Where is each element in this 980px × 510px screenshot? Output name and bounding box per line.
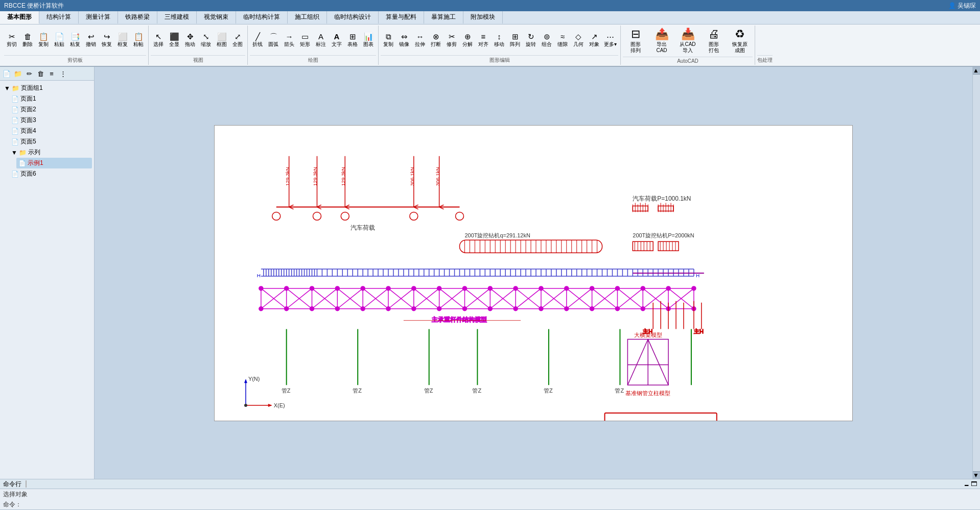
right-scrollbar[interactable]: ▲ ▼ [972, 67, 980, 479]
select-button[interactable]: ↖选择 [151, 27, 166, 54]
copy-edit-button[interactable]: ⧉复制 [381, 27, 396, 54]
geo-button[interactable]: ◇几何 [571, 27, 586, 54]
tree-page3[interactable]: 📄 页面3 [9, 115, 92, 126]
decompose-button[interactable]: ⊕分解 [460, 27, 475, 54]
svg-line-289 [627, 339, 648, 385]
delete-lp-button[interactable]: 🗑 [35, 68, 45, 79]
svg-text:主承重杆件结构模型: 主承重杆件结构模型 [432, 315, 487, 323]
cut-button[interactable]: ✂剪切 [4, 27, 19, 54]
shape-arrange-button[interactable]: ⊟ 图形排列 [623, 27, 648, 56]
more-button[interactable]: ⋯更多▾ [602, 27, 618, 54]
scroll-down-button[interactable]: ▼ [973, 471, 980, 479]
package-label: 包处理 [757, 55, 773, 64]
trim-button[interactable]: ✂修剪 [444, 27, 459, 54]
svg-point-237 [361, 286, 365, 290]
fullshow-button[interactable]: ⬛全显 [167, 27, 182, 54]
new-page-button[interactable]: 📄 [2, 68, 12, 79]
scroll-track[interactable] [973, 75, 980, 471]
tab-visual-steel[interactable]: 视觉钢束 [197, 11, 236, 24]
fullview-button[interactable]: ⤢全图 [230, 27, 245, 54]
chart-button[interactable]: 📊图表 [361, 27, 376, 54]
command-line-1: 选择对象 [0, 489, 980, 499]
undo-button[interactable]: ↩撤销 [83, 27, 99, 54]
drill-load-group: 200T旋挖钻机q=291.12kN [460, 232, 602, 253]
tab-survey-calc[interactable]: 测量计算 [79, 11, 118, 24]
frame-copy-button[interactable]: ⬜框复 [115, 27, 130, 54]
export-cad-button[interactable]: 📤 导出CAD [649, 27, 674, 56]
tree-example1[interactable]: 📄 示例1 [16, 158, 92, 168]
tab-construction-org[interactable]: 施工组织 [288, 11, 327, 24]
object-button[interactable]: ↗对象 [587, 27, 602, 54]
tree-page2[interactable]: 📄 页面2 [9, 104, 92, 115]
arrow-button[interactable]: →箭头 [282, 27, 297, 54]
scroll-up-button[interactable]: ▲ [973, 67, 980, 75]
open-button[interactable]: 📁 [13, 68, 23, 79]
tab-addon[interactable]: 附加模块 [463, 11, 503, 24]
svg-text:汽车荷载: 汽车荷载 [351, 224, 375, 231]
text-button[interactable]: A文字 [329, 27, 344, 54]
tree-root[interactable]: ▼ 📁 页面组1 [2, 83, 92, 93]
tab-3d-modeling[interactable]: 三维建模 [157, 11, 197, 24]
label-button[interactable]: A标注 [313, 27, 329, 54]
table-button[interactable]: ⊞表格 [345, 27, 360, 54]
copy-button[interactable]: 📋复制 [36, 27, 51, 54]
svg-point-252 [285, 306, 289, 310]
svg-point-242 [488, 286, 492, 290]
tree-page4[interactable]: 📄 页面4 [9, 126, 92, 136]
redo-button[interactable]: ↪恢复 [99, 27, 114, 54]
example1-label: 示例1 [28, 159, 43, 167]
list-view-button[interactable]: ≡ [46, 68, 57, 79]
zoom-button[interactable]: ⤡缩放 [198, 27, 214, 54]
tree-page5[interactable]: 📄 页面5 [9, 136, 92, 147]
tree-page6[interactable]: 📄 页面6 [9, 168, 92, 179]
break-button[interactable]: ⊗打断 [428, 27, 444, 54]
canvas-area[interactable]: 129.3kN 129.3kN 129.3kN 306.1kN 306.1kN … [95, 67, 972, 479]
svg-point-246 [590, 286, 594, 290]
page5-label: 页面5 [20, 137, 36, 146]
svg-text:129.3kN: 129.3kN [285, 167, 290, 186]
page-icon-5: 📄 [11, 138, 19, 145]
tab-temp-structure-calc[interactable]: 临时结构计算 [236, 11, 288, 24]
restore-button[interactable]: ♻ 恢复原成图 [727, 27, 753, 56]
move-edit-button[interactable]: ↕移动 [492, 27, 507, 54]
import-cad-button[interactable]: 📥 从CAD导入 [675, 27, 701, 56]
title-bar: RBCCE 便桥计算软件 👤 吴锡琛 [0, 0, 980, 11]
rect-button[interactable]: ▭矩形 [297, 27, 313, 54]
svg-point-261 [514, 306, 518, 310]
align-button[interactable]: ≡对齐 [476, 27, 491, 54]
svg-point-8 [341, 212, 349, 220]
rotate-button[interactable]: ↻旋转 [523, 27, 539, 54]
cmd-max-button[interactable]: 🗖 [971, 480, 977, 488]
paste-copy-button[interactable]: 📑粘复 [67, 27, 83, 54]
polyline-button[interactable]: ╱折线 [250, 27, 265, 54]
list-children: 📄 示例1 [9, 158, 92, 168]
clipboard-label: 剪切板 [4, 55, 146, 64]
detail-view-button[interactable]: ⋮ [58, 68, 68, 79]
command-input[interactable] [21, 501, 977, 508]
tab-quick-construction[interactable]: 暴算施工 [424, 11, 463, 24]
array-button[interactable]: ⊞阵列 [507, 27, 523, 54]
tab-quantity-material[interactable]: 算量与配料 [379, 11, 424, 24]
tab-structural-calc[interactable]: 结构计算 [39, 11, 79, 24]
drag-button[interactable]: ✥拖动 [182, 27, 198, 54]
mirror-button[interactable]: ⇔镜像 [396, 27, 412, 54]
tab-basic-shapes[interactable]: 基本图形 [0, 11, 39, 24]
command-bar-title: 命令行 [3, 480, 21, 489]
tree-list-folder[interactable]: ▼ 📁 示列 [9, 147, 92, 158]
tab-temp-structure-design[interactable]: 临时结构设计 [327, 11, 379, 24]
print-button[interactable]: 🖨 图形打包 [701, 27, 727, 56]
cmd-min-button[interactable]: 🗕 [964, 480, 970, 488]
stretch-button[interactable]: ↔拉伸 [412, 27, 428, 54]
tree-page1[interactable]: 📄 页面1 [9, 93, 92, 104]
paste-button[interactable]: 📄粘贴 [52, 27, 67, 54]
delete-button[interactable]: 🗑删除 [20, 27, 35, 54]
combine-button[interactable]: ⊚组合 [539, 27, 554, 54]
gap-button[interactable]: ≈缝隙 [555, 27, 570, 54]
paste2-button[interactable]: 📋粘帖 [131, 27, 146, 54]
tab-railway-bridge[interactable]: 铁路桥梁 [118, 11, 157, 24]
window-button[interactable]: ⬜框图 [214, 27, 229, 54]
edit-lp-button[interactable]: ✏ [24, 68, 34, 79]
arc-button[interactable]: ⌒圆弧 [266, 27, 281, 54]
drawing-canvas[interactable]: 129.3kN 129.3kN 129.3kN 306.1kN 306.1kN … [214, 125, 853, 421]
svg-point-10 [456, 212, 464, 220]
